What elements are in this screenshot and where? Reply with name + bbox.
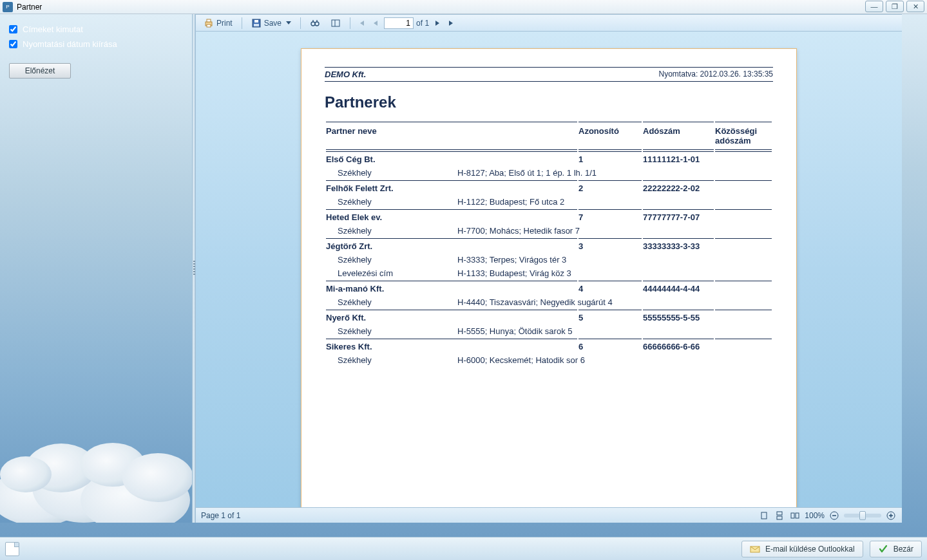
table-row: SzékhelyH-1122; Budapest; Fő utca 2 [326,196,772,208]
cell-tax: 44444444-4-44 [643,281,714,295]
svg-point-5 [122,453,193,502]
col-tax: Adószám [643,122,714,150]
viewer-surface[interactable]: DEMO Kft. Nyomtatva: 2012.03.26. 13:35:3… [196,32,902,507]
cell-id: 4 [578,281,642,295]
svg-rect-21 [796,513,799,518]
svg-rect-20 [791,513,794,518]
report-company: DEMO Kft. [325,70,366,79]
window-maximize-button[interactable]: ❐ [886,1,904,12]
cell-address: SzékhelyH-5555; Hunya; Ötödik sarok 5 [326,325,772,337]
svg-point-14 [315,22,319,26]
cell-tax: 55555555-5-55 [643,310,714,324]
svg-rect-19 [777,516,782,519]
table-row: Heted Elek ev.777777777-7-07 [326,209,772,223]
zoom-slider-handle[interactable] [859,511,866,520]
svg-point-13 [311,22,315,26]
separator [300,17,301,29]
cell-address: SzékhelyH-8127; Aba; Első út 1; 1 ép. 1 … [326,167,772,179]
table-row: SzékhelyH-5555; Hunya; Ötödik sarok 5 [326,325,772,337]
window-minimize-button[interactable]: — [865,1,883,12]
cell-id: 5 [578,310,642,324]
checkbox-print-date-input[interactable] [9,40,17,48]
cell-address: SzékhelyH-4440; Tiszavasvári; Negyedik s… [326,296,772,308]
viewer-toolbar: Print Save of 1 [196,15,902,32]
cell-tax: 66666666-6-66 [643,339,714,353]
prev-page-button[interactable] [370,17,381,29]
table-row: Nyerő Kft.555555555-5-55 [326,310,772,324]
layout-single-button[interactable] [758,510,770,521]
viewer-status-bar: Page 1 of 1 100% [196,507,902,523]
cell-eutax [715,209,772,223]
preview-button[interactable]: Előnézet [9,63,71,79]
table-row: SzékhelyH-4440; Tiszavasvári; Negyedik s… [326,296,772,308]
checkbox-show-addresses-input[interactable] [9,25,17,33]
table-row: Jégtörő Zrt.333333333-3-33 [326,238,772,252]
close-button[interactable]: Bezár [870,541,922,557]
cell-address: SzékhelyH-1122; Budapest; Fő utca 2 [326,196,772,208]
first-page-button[interactable] [356,17,367,29]
app-icon: P [3,2,13,12]
table-row: Felhők Felett Zrt.222222222-2-02 [326,180,772,194]
svg-point-6 [0,456,52,492]
table-row: Sikeres Kft.666666666-6-66 [326,339,772,353]
zoom-slider[interactable] [844,514,881,518]
svg-point-2 [81,468,190,523]
svg-point-3 [26,443,97,492]
toggle-sidepanel-button[interactable] [327,17,345,30]
checkbox-print-date[interactable]: Nyomtatási dátum kiírása [9,39,186,49]
cell-id: 7 [578,209,642,223]
send-email-button[interactable]: E-mail küldése Outlookkal [741,541,863,557]
cell-partner-name: Sikeres Kft. [326,339,577,353]
print-label: Print [216,19,233,28]
cell-address: SzékhelyH-3333; Terpes; Virágos tér 3 [326,254,772,266]
table-row: SzékhelyH-8127; Aba; Első út 1; 1 ép. 1 … [326,167,772,179]
zoom-out-button[interactable] [828,510,840,521]
window-close-button[interactable]: ✕ [906,1,924,12]
panel-icon [330,18,341,28]
cell-id: 2 [578,180,642,194]
status-page: Page 1 of 1 [201,511,240,520]
page-number-input[interactable] [384,17,414,29]
table-row: SzékhelyH-7700; Mohács; Hetedik fasor 7 [326,225,772,237]
cell-tax: 33333333-3-33 [643,238,714,252]
app-bottom-bar: E-mail küldése Outlookkal Bezár [0,537,927,560]
layout-continuous-button[interactable] [774,510,785,521]
next-page-button[interactable] [432,17,443,29]
table-row: SzékhelyH-6000; Kecskemét; Hatodik sor 6 [326,354,772,366]
send-email-label: E-mail küldése Outlookkal [765,545,855,554]
separator [242,17,242,29]
close-label: Bezár [894,545,913,554]
printer-icon [204,18,214,28]
col-partner-name: Partner neve [326,122,577,150]
save-button[interactable]: Save [247,17,295,30]
cell-id: 3 [578,238,642,252]
checkbox-show-addresses[interactable]: Címeket kimutat [9,24,186,34]
zoom-in-button[interactable] [885,510,897,521]
cell-id: 1 [578,151,642,165]
last-page-button[interactable] [446,17,457,29]
cell-id: 6 [578,339,642,353]
cell-eutax [715,238,772,252]
print-button[interactable]: Print [200,17,236,30]
table-row: Első Cég Bt.111111121-1-01 [326,151,772,165]
svg-rect-11 [254,20,258,23]
cell-partner-name: Nyerő Kft. [326,310,577,324]
checkbox-show-addresses-label: Címeket kimutat [23,24,83,34]
cell-address: Levelezési címH-1133; Budapest; Virág kö… [326,267,772,279]
partners-table: Partner neve Azonosító Adószám Közösségi… [325,120,773,368]
document-icon[interactable] [5,542,19,556]
svg-point-0 [0,468,87,523]
svg-rect-9 [207,24,211,27]
svg-rect-17 [761,512,767,519]
cell-eutax [715,310,772,324]
svg-rect-8 [207,19,211,22]
find-button[interactable] [306,17,324,30]
report-title: Partnerek [325,93,773,111]
layout-multi-button[interactable] [789,510,801,521]
svg-rect-18 [777,512,782,515]
cell-eutax [715,339,772,353]
floppy-icon [251,18,262,28]
separator [350,17,350,29]
zoom-value: 100% [805,511,825,520]
cell-partner-name: Első Cég Bt. [326,151,577,165]
